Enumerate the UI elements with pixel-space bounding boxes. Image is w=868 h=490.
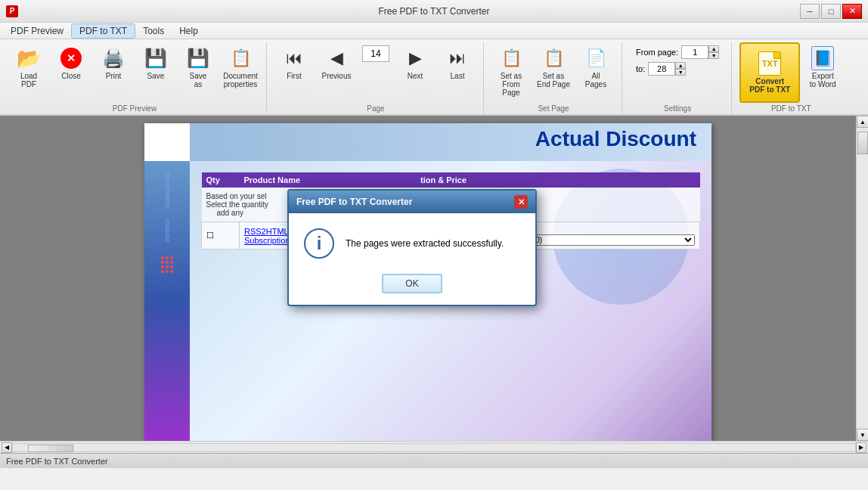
dialog-title: Free PDF to TXT Converter — [296, 197, 412, 207]
dialog-info-icon: i — [304, 228, 334, 259]
dialog-footer: OK — [289, 266, 535, 305]
ok-button[interactable]: OK — [382, 274, 442, 293]
dialog-close-button[interactable]: ✕ — [514, 195, 528, 209]
info-letter: i — [317, 233, 322, 254]
dialog-title-bar: Free PDF to TXT Converter ✕ — [289, 191, 535, 213]
dialog-overlay: Free PDF to TXT Converter ✕ i The pages … — [0, 0, 868, 490]
dialog: Free PDF to TXT Converter ✕ i The pages … — [287, 189, 537, 306]
dialog-message: The pages were extracted successfully. — [346, 238, 504, 249]
dialog-body: i The pages were extracted successfully. — [289, 213, 535, 266]
